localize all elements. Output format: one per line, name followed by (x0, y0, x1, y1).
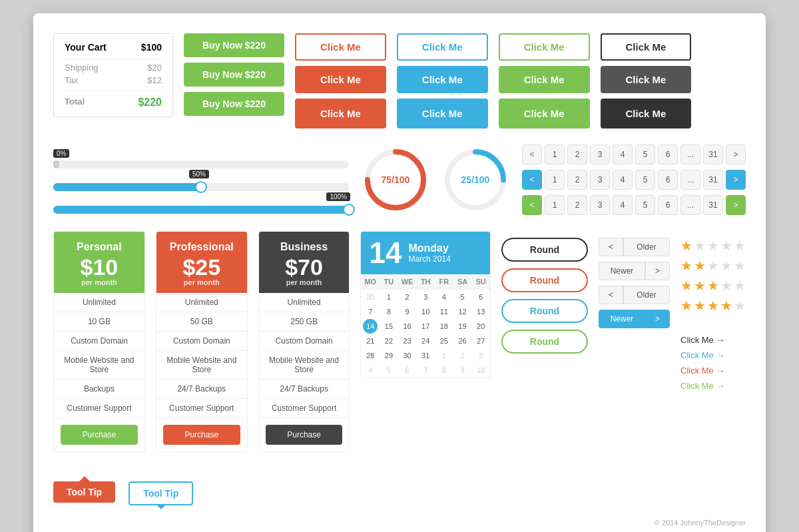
cal-cell[interactable]: 5 (453, 290, 472, 304)
newer-next-2[interactable]: > (645, 310, 670, 328)
pag-2-1[interactable]: 2 (567, 144, 587, 164)
cal-cell[interactable]: 16 (398, 319, 417, 334)
tooltip-red-btn[interactable]: Tool Tip (53, 481, 115, 503)
pag-4-1[interactable]: 4 (613, 144, 633, 164)
link-red[interactable]: Click Me → (680, 366, 746, 376)
cal-cell[interactable]: 9 (398, 304, 417, 319)
dark-solid-btn[interactable]: Click Me (601, 66, 692, 93)
cal-cell[interactable]: 7 (361, 304, 380, 319)
newer-next-1[interactable]: > (645, 262, 670, 280)
cal-cell[interactable]: 20 (471, 319, 490, 334)
star-3-1[interactable]: ★ (680, 278, 692, 294)
newer-label-1[interactable]: Newer (599, 262, 645, 280)
cal-cell[interactable]: 8 (380, 304, 398, 319)
cal-cell[interactable]: 13 (471, 304, 490, 319)
star-1-2[interactable]: ★ (694, 238, 706, 254)
pag-6-3[interactable]: 6 (658, 195, 678, 215)
star-1-4[interactable]: ★ (720, 238, 732, 254)
older-prev-2[interactable]: < (599, 286, 623, 304)
pag-31-2[interactable]: 31 (703, 170, 723, 190)
pag-31-1[interactable]: 31 (703, 144, 723, 164)
pricing-personal-cta[interactable]: Purchase (61, 425, 138, 445)
cal-cell-today[interactable]: 14 (363, 319, 378, 334)
cal-cell[interactable]: 28 (361, 348, 380, 363)
cal-cell[interactable]: 9 (453, 363, 472, 378)
buy-now-btn-3[interactable]: Buy Now $220 (184, 92, 284, 116)
pricing-business-cta[interactable]: Purchase (266, 425, 343, 445)
pag-next-2[interactable]: > (726, 170, 746, 190)
cal-cell[interactable]: 15 (380, 319, 398, 334)
older-label-2[interactable]: Older (623, 286, 670, 304)
star-1-1[interactable]: ★ (680, 238, 692, 254)
cal-cell[interactable]: 12 (453, 304, 472, 319)
green-outline-btn[interactable]: Click Me (499, 33, 590, 61)
red-solid-lg-btn[interactable]: Click Me (295, 99, 386, 129)
link-black[interactable]: Click Me → (680, 335, 746, 345)
pag-3-3[interactable]: 3 (590, 195, 610, 215)
pag-31-3[interactable]: 31 (703, 195, 723, 215)
star-3-3[interactable]: ★ (707, 278, 719, 294)
cal-cell[interactable]: 17 (416, 319, 435, 334)
star-4-2[interactable]: ★ (694, 298, 706, 314)
star-4-3[interactable]: ★ (707, 298, 719, 314)
pag-next-3[interactable]: > (726, 195, 746, 215)
pag-3-2[interactable]: 3 (590, 170, 610, 190)
blue-solid-btn[interactable]: Click Me (397, 66, 488, 93)
star-2-3[interactable]: ★ (707, 258, 719, 274)
pag-6-1[interactable]: 6 (658, 144, 678, 164)
cal-cell[interactable]: 7 (416, 363, 435, 378)
cal-cell[interactable]: 18 (435, 319, 453, 334)
cal-cell[interactable]: 25 (435, 334, 453, 348)
round-btn-green[interactable]: Round (501, 330, 588, 354)
blue-outline-btn[interactable]: Click Me (397, 33, 488, 61)
blue-solid-lg-btn[interactable]: Click Me (397, 99, 488, 129)
pag-2-2[interactable]: 2 (567, 170, 587, 190)
progress-100-thumb[interactable] (343, 204, 355, 216)
cal-cell[interactable]: 30 (398, 348, 417, 363)
cal-cell[interactable]: 8 (435, 363, 453, 378)
pag-prev-3[interactable]: < (522, 195, 542, 215)
star-4-1[interactable]: ★ (680, 298, 692, 314)
cal-cell[interactable]: 10 (471, 363, 490, 378)
cal-cell[interactable]: 4 (361, 363, 380, 378)
cal-cell[interactable]: 6 (398, 363, 417, 378)
cal-cell-today-wrap[interactable]: 14 (361, 319, 380, 334)
star-1-3[interactable]: ★ (707, 238, 719, 254)
pag-prev-2[interactable]: < (522, 170, 542, 190)
cal-cell[interactable]: 1 (380, 290, 398, 304)
cal-cell[interactable]: 27 (471, 334, 490, 348)
star-3-4[interactable]: ★ (720, 278, 732, 294)
cal-cell[interactable]: 22 (380, 334, 398, 348)
cal-cell[interactable]: 30 (361, 290, 380, 304)
cal-cell[interactable]: 11 (435, 304, 453, 319)
cal-cell[interactable]: 5 (380, 363, 398, 378)
buy-now-btn-2[interactable]: Buy Now $220 (184, 63, 284, 87)
cal-cell[interactable]: 6 (471, 290, 490, 304)
link-blue[interactable]: Click Me → (680, 350, 746, 360)
round-btn-blue[interactable]: Round (501, 299, 588, 323)
pag-5-3[interactable]: 5 (635, 195, 655, 215)
red-solid-btn[interactable]: Click Me (295, 66, 386, 93)
pag-1-3[interactable]: 1 (545, 195, 565, 215)
cal-cell[interactable]: 3 (416, 290, 435, 304)
older-label-1[interactable]: Older (623, 238, 670, 256)
pag-5-1[interactable]: 5 (635, 144, 655, 164)
pag-6-2[interactable]: 6 (658, 170, 678, 190)
red-outline-btn[interactable]: Click Me (295, 33, 386, 61)
pag-1-1[interactable]: 1 (545, 144, 565, 164)
pag-prev-1[interactable]: < (522, 144, 542, 164)
buy-now-btn-1[interactable]: Buy Now $220 (184, 33, 284, 57)
cal-cell[interactable]: 19 (453, 319, 472, 334)
older-prev-1[interactable]: < (599, 238, 623, 256)
darker-solid-btn[interactable]: Click Me (601, 99, 692, 129)
round-btn-black[interactable]: Round (501, 238, 588, 262)
pag-3-1[interactable]: 3 (590, 144, 610, 164)
black-outline-btn[interactable]: Click Me (601, 33, 692, 61)
cal-cell[interactable]: 10 (416, 304, 435, 319)
pag-next-1[interactable]: > (726, 144, 746, 164)
cal-cell[interactable]: 23 (398, 334, 417, 348)
star-2-2[interactable]: ★ (694, 258, 706, 274)
cal-cell[interactable]: 4 (435, 290, 453, 304)
cal-cell[interactable]: 2 (398, 290, 417, 304)
progress-50-thumb[interactable] (195, 181, 207, 193)
